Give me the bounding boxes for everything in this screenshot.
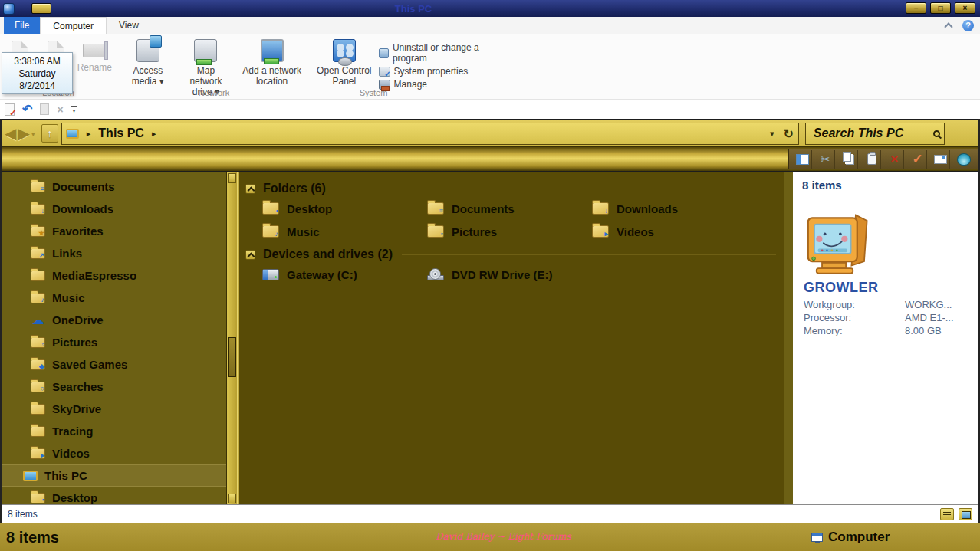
help-icon[interactable]: ? — [962, 20, 974, 31]
cut-button[interactable]: ✂ — [817, 150, 835, 169]
details-pane-divider[interactable] — [784, 172, 793, 504]
folder-item-pictures[interactable]: ▫Pictures — [427, 223, 592, 240]
music-folder-icon: ♪ — [31, 293, 45, 303]
sidebar-item-documents[interactable]: ≡Documents — [2, 175, 226, 198]
drive-item-label: Gateway (C:) — [287, 268, 357, 281]
sidebar-item-mediaespresso[interactable]: MediaEspresso — [2, 264, 226, 287]
shell-icon — [957, 153, 971, 166]
new-folder-quick-icon[interactable] — [40, 103, 49, 115]
system-properties-icon — [379, 67, 390, 77]
sidebar-item-searches[interactable]: ○Searches — [2, 376, 226, 398]
dvd-drive-icon — [427, 268, 444, 280]
folder-item-music[interactable]: ♪Music — [262, 223, 427, 240]
drive-item-gateway-c[interactable]: Gateway (C:) — [262, 266, 427, 283]
control-panel-label2: Panel — [332, 76, 356, 87]
sidebar-item-links[interactable]: ↗Links — [2, 242, 226, 264]
recent-pages-icon[interactable]: ▾ — [31, 130, 35, 138]
up-one-level-button[interactable]: ↑ — [41, 124, 58, 143]
search-box — [805, 123, 945, 145]
tooltip-date: 8/2/2014 — [2, 80, 72, 92]
add-location-label2: location — [256, 76, 288, 87]
forward-icon[interactable]: ▶ — [18, 126, 29, 141]
window-controls: – □ × — [906, 2, 975, 14]
group-header-folders: Folders (6) — [245, 182, 784, 195]
documents-folder-icon: ≡ — [427, 202, 444, 215]
paste-button[interactable] — [863, 150, 881, 169]
address-dropdown-icon[interactable]: ▾ — [770, 129, 774, 139]
copy-button[interactable] — [840, 150, 858, 169]
clock-tooltip: 3:38:06 AM Saturday 8/2/2014 — [2, 52, 73, 94]
maximize-button[interactable]: □ — [930, 2, 951, 14]
back-icon[interactable]: ◀ — [5, 126, 16, 141]
delete-icon: × — [891, 152, 899, 167]
breadcrumb-arrow-icon[interactable]: ▸ — [152, 129, 156, 139]
shell-button[interactable] — [955, 150, 973, 169]
folder-item-label: Pictures — [452, 225, 497, 238]
sidebar-item-label: This PC — [44, 469, 87, 482]
customize-toolbar-icon[interactable]: ▾ — [71, 106, 77, 113]
drive-item-dvd-e[interactable]: DVD RW Drive (E:) — [427, 266, 592, 283]
window-view-button[interactable] — [794, 150, 812, 169]
sidebar-item-label: Videos — [52, 447, 90, 460]
collapse-group-icon[interactable] — [245, 184, 255, 194]
scroll-up-icon[interactable] — [228, 173, 236, 183]
breadcrumb-arrow-icon[interactable]: ▸ — [87, 129, 91, 139]
search-icon[interactable] — [933, 130, 940, 137]
uninstall-program-button[interactable]: Uninstall or change a program — [379, 42, 500, 64]
sidebar-item-saved-games[interactable]: ◆Saved Games — [2, 353, 226, 376]
sidebar-item-favorites[interactable]: ★Favorites — [2, 220, 226, 242]
taskbar-computer-button[interactable]: Computer — [811, 530, 890, 545]
pictures-folder-icon: ▫ — [31, 337, 45, 348]
command-strip: ✂ × ✓ — [788, 149, 978, 169]
scroll-down-icon[interactable] — [228, 494, 236, 503]
open-control-panel-button[interactable]: Open Control Panel — [316, 38, 373, 90]
folder-item-videos[interactable]: ▸Videos — [592, 223, 757, 240]
sidebar-item-desktop[interactable]: ▪Desktop — [2, 487, 226, 504]
delete-button[interactable]: × — [886, 150, 904, 169]
property-label: Memory: — [804, 324, 905, 337]
close-button[interactable]: × — [955, 2, 975, 14]
delete-quick-icon[interactable]: × — [57, 103, 63, 116]
tab-file[interactable]: File — [4, 17, 40, 34]
property-value: AMD E1-... — [905, 311, 980, 324]
search-input[interactable] — [806, 123, 980, 144]
sidebar-item-pictures[interactable]: ▫Pictures — [2, 331, 226, 353]
paste-icon — [867, 153, 876, 165]
sidebar-item-videos[interactable]: ▸Videos — [2, 442, 226, 464]
details-view-button[interactable] — [940, 508, 954, 520]
sidebar-item-skydrive[interactable]: SkyDrive — [2, 398, 226, 420]
sidebar-item-music[interactable]: ♪Music — [2, 287, 226, 309]
refresh-icon[interactable]: ↻ — [783, 126, 793, 141]
sidebar-item-onedrive[interactable]: ☁OneDrive — [2, 309, 226, 331]
computer-properties: Workgroup: WORKG... Processor: AMD E1-..… — [804, 298, 980, 337]
favorites-folder-icon: ★ — [31, 226, 45, 237]
minimize-ribbon-icon[interactable] — [944, 22, 952, 31]
minimize-button[interactable]: – — [906, 2, 926, 14]
sidebar-item-this-pc[interactable]: This PC — [2, 464, 226, 487]
ribbon: Rename Location Access media ▾ Map netwo… — [0, 34, 980, 100]
properties-quick-icon[interactable]: ✓ — [5, 103, 15, 116]
videos-folder-icon: ▸ — [592, 225, 609, 238]
sidebar-scrollbar[interactable] — [226, 172, 237, 504]
undo-icon[interactable]: ↶ — [22, 103, 32, 116]
sidebar-item-tracing[interactable]: Tracing — [2, 420, 226, 442]
rename-button[interactable]: Rename — [77, 38, 112, 73]
folder-item-downloads[interactable]: ↓Downloads — [592, 200, 757, 217]
thumbnail-view-button[interactable] — [959, 508, 972, 520]
confirm-button[interactable]: ✓ — [909, 150, 927, 169]
sidebar-item-label: Documents — [52, 180, 115, 193]
system-properties-button[interactable]: System properties — [379, 66, 500, 77]
breadcrumb[interactable]: ▸ This PC ▸ ▾ ↻ — [61, 123, 799, 145]
scrollbar-thumb[interactable] — [228, 337, 236, 377]
email-button[interactable] — [932, 150, 950, 169]
tab-view[interactable]: View — [107, 17, 151, 34]
tab-computer[interactable]: Computer — [40, 17, 107, 34]
address-bar-right: ▾ ↻ — [770, 126, 794, 141]
folder-item-desktop[interactable]: ▪Desktop — [262, 200, 427, 217]
folder-icon — [31, 404, 45, 415]
folder-item-documents[interactable]: ≡Documents — [427, 200, 592, 217]
view-toggle-buttons — [940, 508, 972, 520]
breadcrumb-root[interactable]: This PC — [98, 126, 144, 140]
sidebar-item-downloads[interactable]: ↓Downloads — [2, 198, 226, 220]
collapse-group-icon[interactable] — [245, 250, 255, 260]
